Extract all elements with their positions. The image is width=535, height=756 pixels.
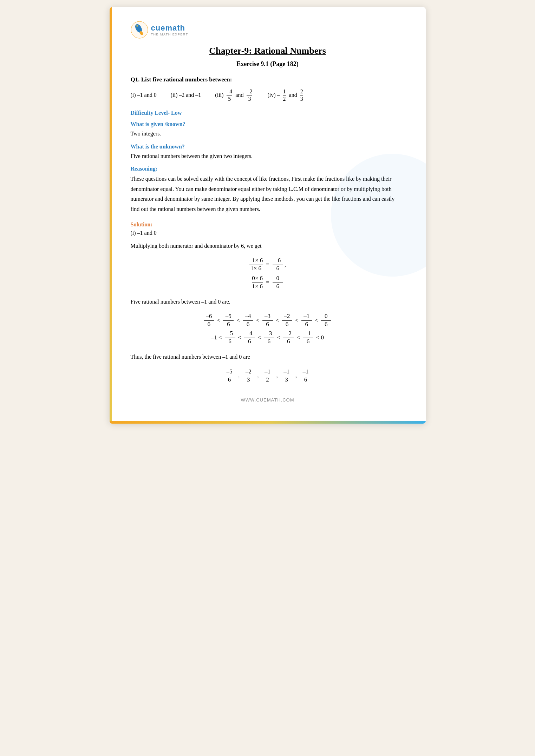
ineq1-f5: –2 6 [282, 313, 292, 328]
equals-1: = [266, 261, 269, 268]
frac1-den: 5 [228, 95, 231, 102]
solution-sub: (i) –1 and 0 [131, 230, 405, 236]
unknown-text: Five rational numbers between the given … [131, 151, 405, 161]
frac3-den: 2 [283, 95, 286, 102]
frac-line2-right: 0 6 [273, 275, 283, 290]
ineq2-f4: –2 6 [283, 330, 294, 345]
frac4-den: 3 [300, 95, 303, 102]
equals-2: = [266, 279, 269, 286]
page-container: cuemath THE MATH EXPERT Chapter-9: Ratio… [110, 7, 426, 424]
unknown-heading: What is the unknown? [131, 144, 405, 150]
chapter-title: Chapter-9: Rational Numbers [131, 46, 405, 56]
frac-line1-right-den: 6 [273, 265, 283, 272]
frac2-den: 3 [248, 95, 251, 102]
result-f3: –1 2 [262, 368, 273, 383]
math-line-2: 0× 6 1× 6 = 0 6 [131, 275, 405, 290]
frac2-num: –2 [247, 88, 252, 95]
ineq1-f2: –5 6 [223, 313, 234, 328]
five-rationals-intro: Five rational numbers between –1 and 0 a… [131, 297, 405, 306]
ineq1-f7: 0 6 [321, 313, 331, 328]
solution-heading: Solution: [131, 221, 405, 228]
question-label: Q1. List five rational numbers between: [131, 76, 405, 83]
multiply-text: Multiplying both numerator and denominat… [131, 241, 405, 251]
logo-area: cuemath THE MATH EXPERT [131, 21, 405, 39]
result-row: –5 6 , –2 3 , –1 2 , –1 3 , –1 6 [131, 368, 405, 383]
comma-r2: , [257, 372, 259, 379]
exercise-title: Exercise 9.1 (Page 182) [131, 60, 405, 68]
ineq2-f5: –1 6 [303, 330, 313, 345]
part-ii-text: (ii) –2 and –1 [171, 92, 201, 98]
logo-tagline: THE MATH EXPERT [151, 33, 188, 36]
ineq2-zero: 0 [321, 334, 324, 341]
part-iv-frac1: 1 2 [283, 88, 286, 102]
part-iii-and: and [235, 92, 243, 98]
part-iv: (iv) – 1 2 and 2 3 [267, 88, 304, 102]
part-i-text: (i) –1 and 0 [131, 92, 157, 98]
reasoning-text: These questions can be solved easily wit… [131, 174, 405, 214]
reasoning-heading: Reasoning: [131, 166, 405, 172]
frac-line1-left-num: –1× 6 [249, 257, 263, 265]
part-iii-frac2: –2 3 [247, 88, 252, 102]
frac-line1-left: –1× 6 1× 6 [249, 257, 263, 272]
comma-r1: , [238, 372, 240, 379]
ineq1-f3: –4 6 [243, 313, 253, 328]
ineq-row-2: –1 < –5 6 < –4 6 < –3 6 < –2 6 < –1 6 < … [131, 330, 405, 345]
part-iii-frac1: –4 5 [227, 88, 232, 102]
part-iv-and: and [289, 92, 297, 98]
ineq-row-1: –6 6 < –5 6 < –4 6 < –3 6 < –2 6 < –1 6 … [131, 313, 405, 328]
frac-line1-right: –6 6 [273, 257, 283, 272]
frac1-num: –4 [227, 88, 232, 95]
ineq2-neg1: –1 [211, 334, 217, 341]
left-accent-strip [110, 7, 112, 424]
question-text: List five rational numbers between: [141, 76, 232, 83]
result-f2: –2 3 [243, 368, 254, 383]
difficulty-label: Difficulty Level- Low [131, 110, 405, 116]
logo-text-area: cuemath THE MATH EXPERT [151, 24, 188, 36]
given-text: Two integers. [131, 129, 405, 138]
ineq1-f4: –3 6 [262, 313, 273, 328]
ineq2-f2: –4 6 [244, 330, 255, 345]
question-number: Q1. [131, 76, 140, 83]
part-iii-label: (iii) [215, 92, 223, 98]
result-f5: –1 6 [300, 368, 311, 383]
math-block-1: –1× 6 1× 6 = –6 6 , 0× 6 1× 6 = 0 6 [131, 257, 405, 290]
frac-line1-left-den: 1× 6 [250, 265, 261, 272]
ineq1-f6: –1 6 [301, 313, 312, 328]
comma-r3: , [276, 372, 278, 379]
frac-line2-right-num: 0 [273, 275, 283, 283]
ineq1-f1: –6 6 [204, 313, 214, 328]
frac4-num: 2 [300, 88, 303, 95]
given-heading: What is given /known? [131, 121, 405, 127]
comma-1: , [285, 261, 286, 268]
ineq2-f1: –5 6 [225, 330, 235, 345]
frac-line2-left-den: 1× 6 [252, 283, 263, 290]
part-iii: (iii) –4 5 and –2 3 [215, 88, 253, 102]
question-parts: (i) –1 and 0 (ii) –2 and –1 (iii) –4 5 a… [131, 88, 405, 102]
comma-r4: , [295, 372, 297, 379]
frac-line2-right-den: 6 [273, 283, 283, 290]
footer: WWW.CUEMATH.COM [131, 397, 405, 403]
part-iv-frac2: 2 3 [300, 88, 303, 102]
part-i: (i) –1 and 0 [131, 92, 157, 98]
part-ii: (ii) –2 and –1 [171, 92, 201, 98]
thus-text: Thus, the five rational numbers between … [131, 352, 405, 362]
result-f1: –5 6 [224, 368, 235, 383]
frac-line2-left: 0× 6 1× 6 [252, 275, 263, 290]
bottom-accent-strip [110, 421, 426, 424]
cuemath-logo-icon [131, 21, 148, 39]
logo-brand: cuemath [151, 24, 188, 33]
ineq2-f3: –3 6 [264, 330, 274, 345]
frac-line2-left-num: 0× 6 [252, 275, 263, 283]
part-iv-label: (iv) – [267, 92, 280, 98]
result-f4: –1 3 [281, 368, 292, 383]
frac-line1-right-num: –6 [273, 257, 283, 265]
math-line-1: –1× 6 1× 6 = –6 6 , [131, 257, 405, 272]
frac3-num: 1 [283, 88, 286, 95]
